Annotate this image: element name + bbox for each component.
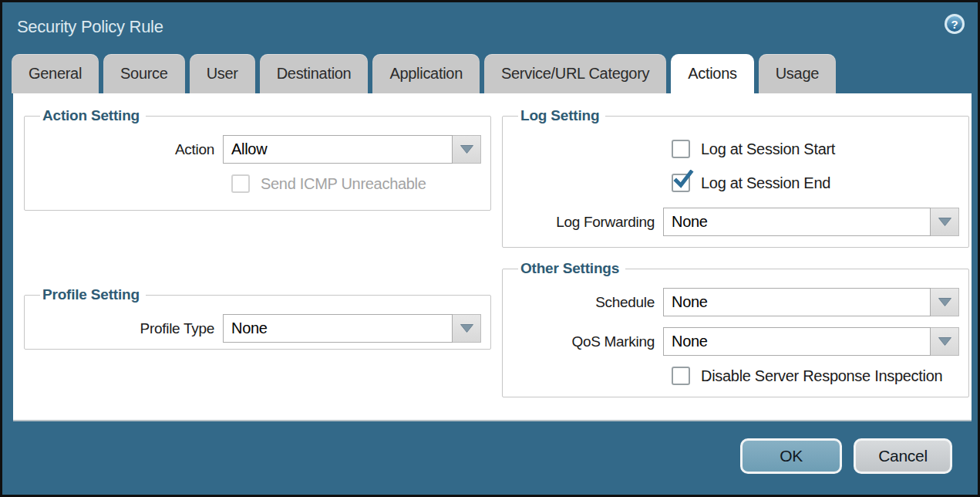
log-forwarding-dropdown-value[interactable]: None bbox=[663, 208, 931, 236]
qos-marking-row: QoS Marking None bbox=[512, 327, 959, 356]
chevron-down-icon bbox=[938, 336, 952, 347]
tab-source[interactable]: Source bbox=[103, 54, 185, 93]
profile-type-dropdown-button[interactable] bbox=[453, 314, 481, 343]
send-icmp-row: Send ICMP Unreachable bbox=[231, 174, 481, 193]
schedule-row: Schedule None bbox=[512, 288, 959, 316]
log-session-start-label: Log at Session Start bbox=[701, 140, 835, 158]
profile-type-row: Profile Type None bbox=[34, 314, 481, 343]
send-icmp-checkbox[interactable] bbox=[231, 174, 250, 193]
cancel-button[interactable]: Cancel bbox=[854, 438, 952, 474]
profile-setting-legend: Profile Setting bbox=[40, 286, 146, 303]
tab-bar: General Source User Destination Applicat… bbox=[12, 54, 968, 93]
send-icmp-label: Send ICMP Unreachable bbox=[261, 175, 426, 193]
other-settings-group: Other Settings Schedule None QoS Marking bbox=[502, 260, 969, 397]
disable-sri-label: Disable Server Response Inspection bbox=[701, 367, 942, 385]
log-forwarding-dropdown-button[interactable] bbox=[931, 208, 959, 236]
log-session-end-row: Log at Session End bbox=[672, 174, 959, 192]
action-dropdown-value[interactable]: Allow bbox=[223, 135, 453, 164]
action-label: Action bbox=[34, 141, 223, 158]
log-forwarding-label: Log Forwarding bbox=[512, 214, 663, 231]
chevron-down-icon bbox=[938, 217, 952, 227]
qos-marking-dropdown[interactable]: None bbox=[663, 327, 959, 356]
tab-user[interactable]: User bbox=[190, 54, 255, 93]
schedule-dropdown-button[interactable] bbox=[931, 288, 959, 316]
chevron-down-icon bbox=[938, 297, 952, 307]
right-column: Log Setting Log at Session Start bbox=[502, 107, 969, 397]
profile-type-dropdown[interactable]: None bbox=[223, 314, 481, 343]
title-bar: Security Policy Rule ? bbox=[2, 2, 978, 52]
tab-destination[interactable]: Destination bbox=[260, 54, 369, 93]
tab-service-url-category[interactable]: Service/URL Category bbox=[484, 54, 666, 93]
chevron-down-icon bbox=[460, 323, 474, 333]
checkmark-icon bbox=[673, 170, 694, 191]
profile-type-label: Profile Type bbox=[34, 320, 223, 337]
tab-actions[interactable]: Actions bbox=[671, 54, 754, 93]
schedule-dropdown-value[interactable]: None bbox=[663, 288, 931, 316]
profile-setting-group: Profile Setting Profile Type None bbox=[24, 286, 491, 350]
qos-marking-dropdown-button[interactable] bbox=[931, 327, 959, 356]
log-setting-legend: Log Setting bbox=[518, 107, 605, 124]
action-row: Action Allow bbox=[34, 135, 481, 164]
security-policy-rule-dialog: Security Policy Rule ? General Source Us… bbox=[0, 0, 980, 497]
log-session-end-checkbox[interactable] bbox=[672, 174, 690, 192]
action-setting-legend: Action Setting bbox=[40, 107, 146, 124]
schedule-dropdown[interactable]: None bbox=[663, 288, 959, 316]
ok-button[interactable]: OK bbox=[740, 438, 842, 474]
action-setting-group: Action Setting Action Allow bbox=[24, 107, 491, 211]
log-forwarding-row: Log Forwarding None bbox=[512, 208, 959, 236]
log-setting-group: Log Setting Log at Session Start bbox=[502, 107, 969, 248]
chevron-down-icon bbox=[460, 144, 474, 154]
action-dropdown[interactable]: Allow bbox=[223, 135, 481, 164]
log-forwarding-dropdown[interactable]: None bbox=[663, 208, 959, 236]
help-icon[interactable]: ? bbox=[944, 13, 965, 35]
disable-sri-row: Disable Server Response Inspection bbox=[672, 367, 959, 385]
schedule-label: Schedule bbox=[512, 294, 663, 311]
log-session-start-checkbox[interactable] bbox=[672, 140, 690, 158]
qos-marking-label: QoS Marking bbox=[512, 333, 663, 350]
tab-usage[interactable]: Usage bbox=[759, 54, 836, 93]
profile-type-dropdown-value[interactable]: None bbox=[223, 314, 453, 343]
log-session-end-label: Log at Session End bbox=[701, 174, 830, 192]
disable-sri-checkbox[interactable] bbox=[672, 367, 690, 385]
svg-text:?: ? bbox=[951, 18, 958, 31]
dialog-title: Security Policy Rule bbox=[17, 17, 163, 37]
tab-general[interactable]: General bbox=[12, 54, 99, 93]
log-session-start-row: Log at Session Start bbox=[672, 140, 959, 158]
qos-marking-dropdown-value[interactable]: None bbox=[663, 327, 931, 356]
action-dropdown-button[interactable] bbox=[453, 135, 481, 164]
tab-application[interactable]: Application bbox=[372, 54, 480, 93]
other-settings-legend: Other Settings bbox=[518, 260, 625, 277]
left-column: Action Setting Action Allow bbox=[24, 107, 491, 350]
actions-tab-panel: Action Setting Action Allow bbox=[13, 93, 972, 421]
